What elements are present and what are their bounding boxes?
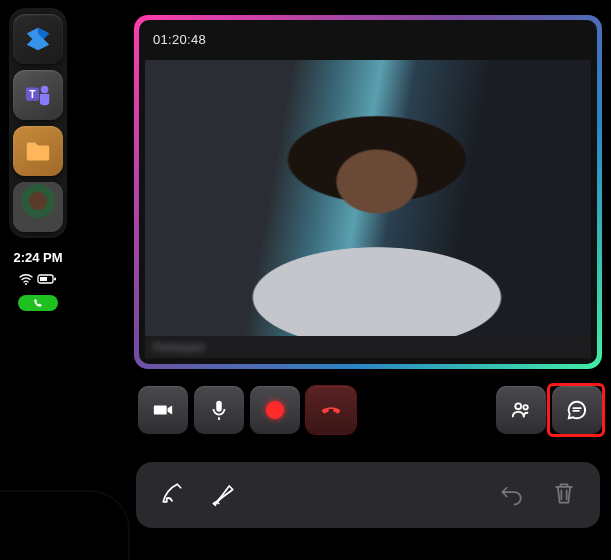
participant-name-bar: Participant: [145, 336, 591, 358]
folder-icon: [23, 136, 53, 166]
participants-button[interactable]: [496, 386, 546, 434]
participant-name: Participant: [153, 341, 205, 353]
pen-icon: [158, 479, 186, 507]
video-inner: 01:20:48 Participant: [139, 20, 597, 364]
svg-rect-6: [54, 278, 56, 281]
end-call-button[interactable]: [306, 386, 356, 434]
call-controls-left: [138, 386, 356, 434]
chat-icon: [566, 399, 588, 421]
app-rail: T: [9, 8, 67, 238]
undo-button[interactable]: [498, 479, 526, 511]
teams-icon: T: [23, 80, 53, 110]
microphone-button[interactable]: [194, 386, 244, 434]
clock: 2:24 PM: [13, 250, 62, 265]
pen-tool[interactable]: [158, 479, 186, 511]
delete-button[interactable]: [550, 479, 578, 511]
undo-icon: [498, 479, 526, 507]
camera-button[interactable]: [138, 386, 188, 434]
battery-icon: [37, 273, 57, 285]
svg-text:T: T: [29, 89, 36, 100]
svg-point-2: [41, 86, 49, 94]
contact-avatar-icon: [13, 182, 63, 232]
microphone-icon: [208, 399, 230, 421]
svg-point-7: [515, 403, 521, 409]
svg-point-8: [523, 405, 527, 409]
app-contact[interactable]: [13, 182, 63, 232]
app-power-automate[interactable]: [13, 14, 63, 64]
record-button[interactable]: [250, 386, 300, 434]
participants-icon: [510, 399, 532, 421]
status-indicators: [19, 273, 57, 285]
remote-video-feed: [145, 60, 591, 336]
highlighter-tool[interactable]: [210, 479, 238, 511]
drawing-toolbar: [136, 462, 600, 528]
app-teams[interactable]: T: [13, 70, 63, 120]
call-controls-right: [496, 386, 602, 434]
hang-up-icon: [320, 399, 342, 421]
call-timer: 01:20:48: [153, 32, 206, 47]
trash-icon: [550, 479, 578, 507]
chat-button[interactable]: [552, 386, 602, 434]
active-call-indicator[interactable]: [18, 295, 58, 311]
phone-icon: [33, 298, 43, 308]
device-frame-edge: [0, 490, 130, 560]
power-automate-icon: [23, 24, 53, 54]
svg-point-3: [25, 283, 27, 285]
camera-icon: [152, 399, 174, 421]
app-files[interactable]: [13, 126, 63, 176]
video-call-panel: 01:20:48 Participant: [134, 15, 602, 369]
highlighter-icon: [210, 479, 238, 507]
svg-rect-5: [40, 277, 47, 281]
record-icon: [266, 401, 284, 419]
wifi-icon: [19, 273, 33, 285]
left-sidebar: T 2:24 PM: [8, 8, 68, 311]
